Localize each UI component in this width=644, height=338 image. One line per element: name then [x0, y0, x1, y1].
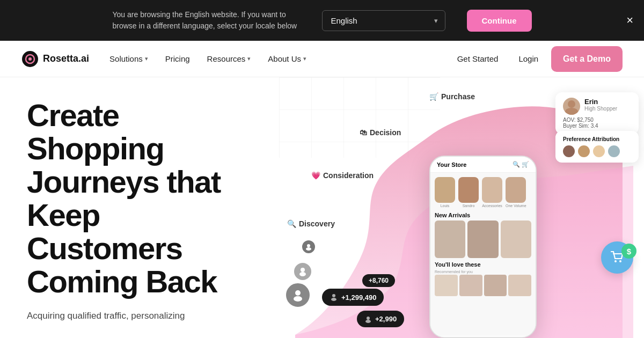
svg-point-11 [299, 272, 306, 276]
hero-right: 🛒Purchase 🛍Decision 💗Consideration 🔍Disc… [279, 77, 644, 338]
nav-pricing[interactable]: Pricing [158, 50, 197, 68]
user-count-2: +2,990 [375, 315, 397, 323]
chevron-down-icon: ▾ [247, 55, 251, 62]
phone-icons: 🔍 🛒 [513, 161, 529, 168]
preference-card: Preference Attribution [555, 131, 639, 163]
phone-mockup: Your Store 🔍 🛒 Louis Sandro Accessori [429, 156, 537, 338]
svg-point-6 [614, 260, 617, 262]
phone-store-label: Your Store [437, 161, 466, 168]
phone-rec-label: Recommended for you [435, 270, 531, 274]
rosetta-logo-icon [21, 50, 39, 68]
get-started-button[interactable]: Get Started [450, 49, 506, 69]
user-icon [291, 289, 304, 302]
language-select[interactable]: English Français Deutsch Español [322, 10, 445, 31]
profile-rating: Buyer Sim: 3.4 [563, 123, 631, 129]
continue-button[interactable]: Continue [467, 10, 532, 32]
pref-dot-4 [608, 145, 620, 157]
phone-you-love: You'll love these [435, 261, 531, 268]
phone-products [435, 221, 531, 258]
decision-label: 🛍Decision [360, 128, 401, 137]
nav-links: Solutions ▾ Pricing Resources ▾ About Us… [102, 50, 450, 68]
hero-section: Create Shopping Journeys that Keep Custo… [0, 77, 644, 338]
users-added-badge: +8,760 [362, 274, 395, 287]
profile-card: Erin High Shopper AOV: $2,750 Buyer Sim:… [555, 92, 639, 134]
hero-title: Create Shopping Journeys that Keep Custo… [27, 99, 258, 298]
nav-solutions[interactable]: Solutions ▾ [102, 50, 156, 68]
user-stat-bubble-1: +1,299,490 [322, 289, 384, 306]
user-icon [298, 267, 308, 276]
logo-link[interactable]: Rosetta.ai [21, 50, 89, 68]
hero-subtitle: Acquiring qualified traffic, personalizi… [27, 309, 258, 323]
pref-dot-3 [593, 145, 605, 157]
svg-point-8 [307, 244, 310, 247]
navbar: Rosetta.ai Solutions ▾ Pricing Resources… [0, 41, 644, 77]
banner-text: You are browsing the English website. If… [113, 9, 301, 32]
profile-aov: AOV: $2,750 [563, 117, 631, 123]
user-count-1: +1,299,490 [341, 293, 376, 302]
svg-point-15 [331, 298, 336, 301]
users-icon [364, 315, 372, 323]
svg-point-13 [294, 296, 302, 302]
nav-right: Get Started Login Get a Demo [450, 46, 623, 72]
profile-name: Erin [584, 98, 617, 106]
hero-left: Create Shopping Journeys that Keep Custo… [0, 77, 279, 338]
svg-point-14 [332, 294, 335, 297]
preference-dots [563, 145, 631, 157]
users-icon [330, 293, 338, 302]
pref-dot-1 [563, 145, 575, 157]
discovery-label: 🔍Discovery [287, 219, 335, 228]
language-select-wrapper: English Français Deutsch Español ▾ [322, 10, 445, 31]
dollar-badge: $ [621, 244, 636, 259]
avatar-medium [292, 261, 313, 282]
svg-point-17 [365, 320, 371, 323]
profile-role: High Shopper [584, 106, 617, 112]
nav-about[interactable]: About Us ▾ [260, 50, 314, 68]
avatar-small [301, 239, 317, 255]
svg-point-9 [306, 247, 311, 251]
svg-point-16 [367, 317, 370, 320]
logo-text: Rosetta.ai [43, 53, 89, 64]
get-demo-button[interactable]: Get a Demo [551, 46, 623, 72]
language-banner: You are browsing the English website. If… [0, 0, 644, 41]
phone-new-arrivals: New Arrivals [435, 212, 531, 218]
svg-point-5 [565, 108, 578, 115]
phone-content: Louis Sandro Accessories One Volume [430, 173, 536, 336]
profile-avatar-icon [563, 98, 580, 115]
svg-point-12 [295, 290, 301, 296]
pref-dot-2 [578, 145, 590, 157]
avatar-large [284, 282, 311, 308]
avatar-group [284, 233, 327, 308]
close-icon[interactable]: × [626, 14, 633, 26]
svg-point-10 [301, 268, 305, 272]
svg-point-2 [28, 57, 32, 61]
preference-title: Preference Attribution [563, 136, 631, 142]
phone-avatars: Louis Sandro Accessories One Volume [435, 177, 531, 208]
purchase-label: 🛒Purchase [429, 92, 475, 101]
phone-topbar: Your Store 🔍 🛒 [430, 157, 536, 173]
phone-rec-items [435, 275, 531, 296]
chevron-down-icon: ▾ [145, 55, 148, 62]
chevron-down-icon: ▾ [303, 55, 306, 62]
login-button[interactable]: Login [510, 50, 547, 68]
svg-point-7 [619, 260, 621, 262]
consideration-label: 💗Consideration [311, 171, 374, 180]
user-stat-bubble-2: +2,990 [357, 311, 404, 327]
user-icon [305, 243, 312, 251]
nav-resources[interactable]: Resources ▾ [200, 50, 259, 68]
svg-point-4 [568, 100, 575, 108]
